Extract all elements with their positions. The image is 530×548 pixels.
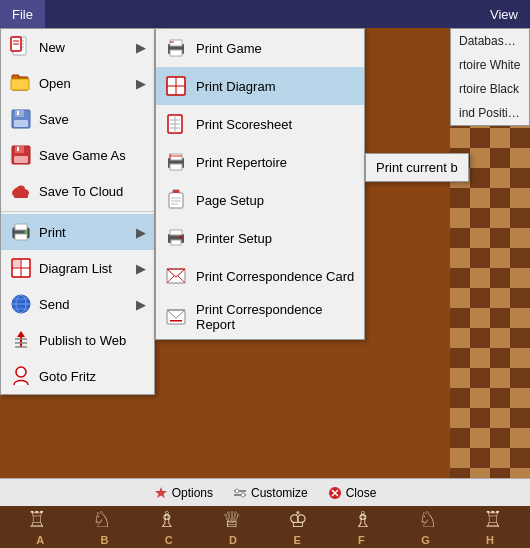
view-panel: Database 2016 rtoire White rtoire Black … — [450, 28, 530, 126]
customize-icon — [233, 486, 247, 500]
piece-d: ♕ — [200, 507, 265, 533]
svg-rect-24 — [15, 224, 27, 230]
svg-point-81 — [235, 489, 239, 493]
printer-setup[interactable]: Printer Setup — [156, 219, 364, 257]
svg-rect-17 — [17, 147, 19, 151]
piece-h: ♖ — [461, 507, 526, 533]
options-button[interactable]: Options — [154, 486, 213, 500]
svg-rect-12 — [14, 120, 28, 127]
save-icon — [9, 107, 33, 131]
board-label-h: H — [458, 534, 522, 546]
svg-rect-72 — [170, 320, 182, 322]
svg-rect-8 — [12, 75, 19, 79]
diagram-list-arrow: ▶ — [136, 261, 146, 276]
print-scoresheet[interactable]: Print Scoresheet — [156, 105, 364, 143]
piece-f: ♗ — [330, 507, 395, 533]
file-print[interactable]: Print ▶ — [1, 214, 154, 250]
board-label-e: E — [265, 534, 329, 546]
svg-point-65 — [180, 236, 183, 239]
printer-setup-icon — [164, 226, 188, 250]
svg-rect-9 — [11, 79, 29, 90]
print-repertoire-icon — [164, 150, 188, 174]
print-current-popup[interactable]: Print current b — [365, 153, 469, 182]
open-submenu-arrow: ▶ — [136, 76, 146, 91]
file-goto-fritz[interactable]: Goto Fritz — [1, 358, 154, 394]
print-scoresheet-icon — [164, 112, 188, 136]
close-icon — [328, 486, 342, 500]
file-save-game-as[interactable]: Save Game As — [1, 137, 154, 173]
svg-point-82 — [241, 493, 245, 497]
bottom-bar: Options Customize Close — [0, 478, 530, 506]
svg-rect-15 — [15, 146, 24, 153]
menu-bar: File View — [0, 0, 530, 28]
file-menu-button[interactable]: File — [0, 0, 45, 28]
correspondence-card-icon — [164, 264, 188, 288]
svg-rect-55 — [170, 154, 182, 160]
diagram-list-icon — [9, 256, 33, 280]
svg-rect-22 — [14, 191, 28, 198]
goto-fritz-icon — [9, 364, 33, 388]
board-label-a: A — [8, 534, 72, 546]
board-label-d: D — [201, 534, 265, 546]
close-button[interactable]: Close — [328, 486, 377, 500]
print-correspondence-report[interactable]: Print Correspondence Report — [156, 295, 364, 339]
board-label-f: F — [329, 534, 393, 546]
print-correspondence-card[interactable]: Print Correspondence Card — [156, 257, 364, 295]
view-find-position[interactable]: ind Position — [451, 101, 529, 125]
correspondence-report-icon — [164, 305, 188, 329]
save-game-as-icon — [9, 143, 33, 167]
svg-rect-11 — [15, 110, 24, 117]
print-game-icon — [164, 36, 188, 60]
print-diagram[interactable]: Print Diagram — [156, 67, 364, 105]
piece-g: ♘ — [396, 507, 461, 533]
print-diagram-icon — [164, 74, 188, 98]
print-submenu-arrow: ▶ — [136, 225, 146, 240]
open-icon — [9, 71, 33, 95]
svg-rect-56 — [170, 164, 182, 170]
view-repertoire-black[interactable]: rtoire Black — [451, 77, 529, 101]
svg-rect-63 — [170, 230, 182, 235]
svg-marker-40 — [17, 331, 25, 337]
file-send[interactable]: Send ▶ — [1, 286, 154, 322]
view-database-2016[interactable]: Database 2016 — [451, 29, 529, 53]
publish-to-web-icon — [9, 328, 33, 352]
print-icon — [9, 220, 33, 244]
piece-b: ♘ — [69, 507, 134, 533]
svg-marker-78 — [155, 487, 167, 498]
customize-button[interactable]: Customize — [233, 486, 308, 500]
board-label-b: B — [72, 534, 136, 546]
svg-rect-44 — [170, 50, 182, 56]
file-new[interactable]: New ▶ — [1, 29, 154, 65]
new-icon — [9, 35, 33, 59]
file-diagram-list[interactable]: Diagram List ▶ — [1, 250, 154, 286]
svg-rect-13 — [17, 111, 19, 115]
print-repertoire[interactable]: Print Repertoire — [156, 143, 364, 181]
file-save-to-cloud[interactable]: Save To Cloud — [1, 173, 154, 209]
view-repertoire-white[interactable]: rtoire White — [451, 53, 529, 77]
new-submenu-arrow: ▶ — [136, 40, 146, 55]
file-publish-to-web[interactable]: Publish to Web — [1, 322, 154, 358]
send-submenu-arrow: ▶ — [136, 297, 146, 312]
save-to-cloud-icon — [9, 179, 33, 203]
svg-rect-25 — [15, 234, 27, 240]
piece-a: ♖ — [4, 507, 69, 533]
view-menu-button[interactable]: View — [478, 0, 530, 28]
piece-e: ♔ — [265, 507, 330, 533]
svg-point-26 — [25, 231, 28, 234]
piece-c: ♗ — [135, 507, 200, 533]
send-icon — [9, 292, 33, 316]
svg-point-41 — [16, 367, 26, 377]
board-label-c: C — [137, 534, 201, 546]
svg-rect-16 — [14, 156, 28, 163]
options-icon — [154, 486, 168, 500]
file-open[interactable]: Open ▶ — [1, 65, 154, 101]
svg-rect-30 — [13, 260, 20, 267]
page-setup[interactable]: Page Setup — [156, 181, 364, 219]
page-setup-icon — [164, 188, 188, 212]
board-label-g: G — [394, 534, 458, 546]
board-strip: A B C D E F G H ♖ ♘ ♗ ♕ ♔ ♗ ♘ ♖ — [0, 506, 530, 548]
file-menu: New ▶ Open ▶ Save — [0, 28, 155, 395]
file-save[interactable]: Save — [1, 101, 154, 137]
print-submenu: Print Game Print Diagram Print Scoreshee… — [155, 28, 365, 340]
print-game[interactable]: Print Game — [156, 29, 364, 67]
